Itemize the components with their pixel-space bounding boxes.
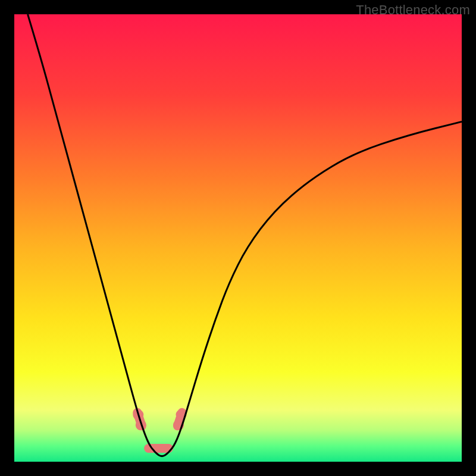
- watermark-text: TheBottleneck.com: [356, 2, 470, 18]
- gradient-background: [14, 14, 462, 462]
- bottleneck-chart: [14, 14, 462, 462]
- chart-frame: TheBottleneck.com: [0, 0, 476, 476]
- plot-area: [14, 14, 462, 462]
